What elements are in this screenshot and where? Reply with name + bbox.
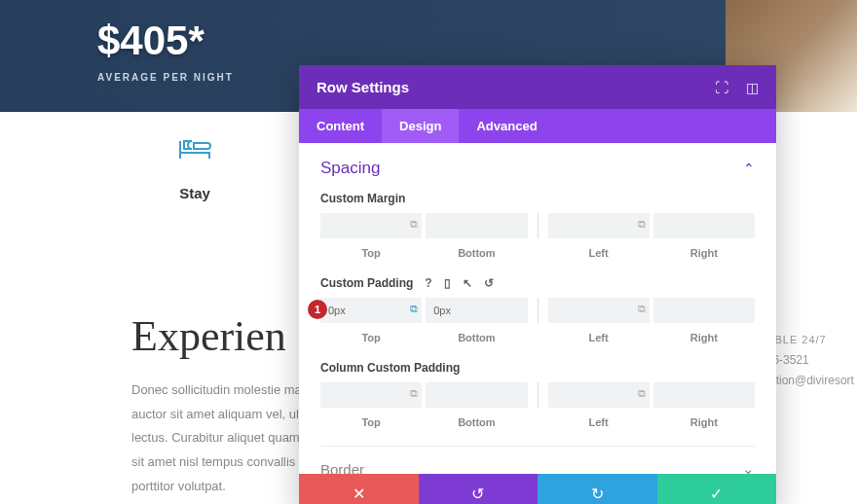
stay-label: Stay [97, 185, 292, 201]
modal-body: Spacing ⌃ Custom Margin ⧉ ⧉ Top Bottom L… [299, 143, 776, 474]
margin-left-input[interactable] [548, 213, 650, 238]
chevron-up-icon: ⌃ [743, 161, 755, 176]
col-label-right: Right [653, 327, 755, 357]
margin-right-input[interactable] [653, 213, 755, 238]
modal-footer: ✕ ↺ ↻ ✓ [299, 474, 776, 504]
colpad-right-input[interactable] [653, 382, 755, 408]
colpad-left-input[interactable] [548, 382, 650, 408]
col-label-left: Left [548, 327, 650, 357]
padding-top-input[interactable] [320, 298, 422, 323]
margin-inputs: ⧉ ⧉ [320, 213, 755, 238]
row-settings-modal: Row Settings ⛶ ◫ Content Design Advanced… [299, 65, 776, 504]
col-label-right: Right [653, 242, 755, 272]
bed-icon [97, 136, 292, 167]
colpad-bottom-input[interactable] [426, 382, 527, 408]
column-padding-label: Column Custom Padding [320, 361, 755, 375]
col-label-bottom: Bottom [426, 242, 527, 272]
col-label-right: Right [653, 412, 755, 442]
col-label-bottom: Bottom [426, 327, 527, 357]
stay-column: Stay [97, 112, 292, 201]
tab-design[interactable]: Design [382, 109, 459, 143]
custom-margin-label: Custom Margin [320, 192, 755, 205]
link-icon[interactable]: ⧉ [638, 387, 646, 400]
spacing-label: Spacing [320, 159, 380, 178]
col-label-top: Top [320, 242, 422, 272]
padding-bottom-input[interactable] [426, 298, 527, 323]
colpad-top-input[interactable] [320, 382, 422, 408]
chevron-down-icon: ⌄ [742, 460, 755, 474]
help-icon[interactable]: ? [425, 276, 431, 290]
col-label-bottom: Bottom [426, 412, 527, 442]
link-icon[interactable]: ⧉ [638, 218, 646, 231]
link-icon[interactable]: ⧉ [410, 303, 418, 315]
snap-icon[interactable]: ◫ [746, 80, 759, 95]
padding-left-input[interactable] [548, 298, 650, 323]
spacing-section-header[interactable]: Spacing ⌃ [320, 159, 755, 178]
undo-button[interactable]: ↺ [419, 474, 539, 504]
margin-top-input[interactable] [320, 213, 422, 238]
discard-button[interactable]: ✕ [299, 474, 419, 504]
border-label: Border [320, 461, 364, 475]
padding-right-input[interactable] [653, 298, 755, 323]
tab-advanced[interactable]: Advanced [459, 109, 554, 143]
responsive-icon[interactable]: ▯ [444, 276, 451, 290]
redo-button[interactable]: ↻ [538, 474, 657, 504]
reset-icon[interactable]: ↺ [484, 276, 494, 290]
save-button[interactable]: ✓ [657, 474, 777, 504]
col-label-top: Top [320, 327, 422, 357]
col-label-top: Top [320, 412, 422, 442]
tab-content[interactable]: Content [299, 109, 382, 143]
tabs: Content Design Advanced [299, 109, 776, 143]
column-padding-inputs: ⧉ ⧉ [320, 382, 755, 408]
col-label-left: Left [548, 242, 650, 272]
padding-inputs: 1 ⧉ ⧉ [320, 298, 755, 323]
hover-icon[interactable]: ↖ [463, 276, 472, 290]
modal-header: Row Settings ⛶ ◫ [299, 65, 776, 109]
marker-1: 1 [308, 300, 327, 319]
expand-icon[interactable]: ⛶ [715, 80, 728, 95]
margin-bottom-input[interactable] [426, 213, 527, 238]
modal-title: Row Settings [317, 79, 409, 95]
border-section-header[interactable]: Border ⌄ [320, 446, 755, 474]
custom-padding-label: Custom Padding ? ▯ ↖ ↺ [320, 276, 755, 290]
link-icon[interactable]: ⧉ [410, 218, 418, 231]
col-label-left: Left [548, 412, 650, 442]
link-icon[interactable]: ⧉ [638, 303, 646, 315]
link-icon[interactable]: ⧉ [410, 387, 418, 400]
